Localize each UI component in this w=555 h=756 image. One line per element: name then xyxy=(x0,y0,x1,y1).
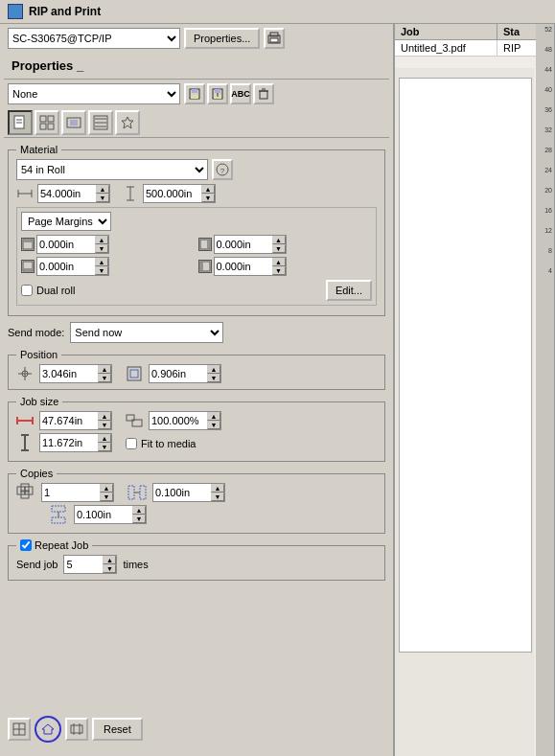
margin-bottom-input[interactable]: 0.000in xyxy=(37,258,95,275)
save2-icon-button[interactable] xyxy=(207,83,228,104)
save-icon-button[interactable] xyxy=(184,83,205,104)
job-width-input[interactable]: 47.674in xyxy=(40,412,98,429)
tab-icon-settings[interactable] xyxy=(115,110,140,135)
printer-select[interactable]: SC-S30675@TCP/IP xyxy=(8,28,180,49)
tab-icon-page[interactable] xyxy=(8,110,33,135)
svg-rect-2 xyxy=(270,38,278,42)
fit-to-media-checkbox[interactable] xyxy=(126,438,137,449)
ruler-mark-12: 12 xyxy=(536,227,554,234)
margin-bottom-spinners: ▲ ▼ xyxy=(95,258,108,275)
roll-select[interactable]: 54 in Roll xyxy=(16,159,208,180)
ruler-mark-16: 16 xyxy=(536,207,554,214)
margin-bottom-down[interactable]: ▼ xyxy=(95,266,108,275)
properties-button[interactable]: Properties... xyxy=(184,28,260,49)
margin-top-input[interactable]: 0.000in xyxy=(37,236,95,253)
home-circle-button[interactable] xyxy=(35,716,61,743)
job-table-row[interactable]: Untitled_3.pdf RIP xyxy=(395,40,555,57)
job-height-down[interactable]: ▼ xyxy=(98,443,111,451)
send-job-up[interactable]: ▲ xyxy=(103,556,116,564)
margin-top-group: 0.000in ▲ ▼ xyxy=(36,235,109,254)
ruler-mark-48: 48 xyxy=(536,46,554,53)
fit-to-media-label: Fit to media xyxy=(141,438,196,449)
tab-icon-grid[interactable] xyxy=(35,110,59,135)
repeat-job-checkbox[interactable] xyxy=(20,539,32,551)
height-down[interactable]: ▼ xyxy=(201,194,215,202)
gap-h-up[interactable]: ▲ xyxy=(211,484,224,493)
svg-rect-18 xyxy=(40,124,46,129)
copies-count-down[interactable]: ▼ xyxy=(100,493,113,501)
tab-icon-preview[interactable] xyxy=(61,110,86,135)
printer-row: SC-S30675@TCP/IP Properties... xyxy=(4,28,389,49)
width-down[interactable]: ▼ xyxy=(96,194,109,202)
job-height-input[interactable]: 11.672in xyxy=(40,434,98,451)
margin-top-row: 0.000in ▲ ▼ xyxy=(21,235,196,254)
repeat-job-check-label: Repeat Job xyxy=(20,539,88,551)
dual-roll-checkbox[interactable] xyxy=(21,285,33,296)
pos-y-up[interactable]: ▲ xyxy=(207,365,220,374)
pos-y-icon xyxy=(126,365,143,382)
margin-bottom-row: 0.000in ▲ ▼ xyxy=(21,257,196,276)
margin-bottom-up[interactable]: ▲ xyxy=(95,258,108,266)
svg-rect-5 xyxy=(191,95,198,99)
paper-strip xyxy=(399,78,532,653)
copies-count-input[interactable]: 1 xyxy=(42,484,100,501)
margin-top-up[interactable]: ▲ xyxy=(95,236,108,244)
margin-left-spinners: ▲ ▼ xyxy=(272,258,286,275)
bottom-left-icon[interactable] xyxy=(8,718,31,741)
tab-icon-list[interactable] xyxy=(88,110,113,135)
margin-bottom-group: 0.000in ▲ ▼ xyxy=(36,257,109,276)
copies-count-up[interactable]: ▲ xyxy=(100,484,113,493)
ruler-mark-32: 32 xyxy=(536,126,554,133)
margin-right-down[interactable]: ▼ xyxy=(272,244,286,253)
printer-icon-button[interactable] xyxy=(264,28,285,49)
job-size-fieldset: Job size 47.674in ▲ ▼ xyxy=(8,396,385,462)
job-width-down[interactable]: ▼ xyxy=(98,421,111,429)
gap-h-down[interactable]: ▼ xyxy=(211,493,224,501)
margin-top-down[interactable]: ▼ xyxy=(95,244,108,253)
scale-down[interactable]: ▼ xyxy=(207,421,220,429)
delete-icon-button[interactable] xyxy=(253,83,274,104)
width-up[interactable]: ▲ xyxy=(96,185,109,194)
pos-x-up[interactable]: ▲ xyxy=(98,365,111,374)
scale-input[interactable]: 100.000% xyxy=(150,412,207,429)
margin-right-input[interactable]: 0.000in xyxy=(215,236,272,253)
height-up[interactable]: ▲ xyxy=(201,185,215,194)
title-bar-text: RIP and Print xyxy=(29,5,101,18)
job-width-up[interactable]: ▲ xyxy=(98,412,111,421)
preset-select[interactable]: None xyxy=(8,83,180,104)
job-width-group: 47.674in ▲ ▼ xyxy=(39,411,112,430)
fit-icon-button[interactable] xyxy=(65,718,88,741)
gap-v-up[interactable]: ▲ xyxy=(132,506,146,515)
copies-count-group: 1 ▲ ▼ xyxy=(41,483,114,502)
send-mode-select[interactable]: Send now xyxy=(70,322,223,343)
edit-button[interactable]: Edit... xyxy=(326,280,372,301)
gap-h-input[interactable]: 0.100in xyxy=(153,484,211,501)
gap-v-input[interactable]: 0.100in xyxy=(75,506,132,523)
pos-y-down[interactable]: ▼ xyxy=(207,374,220,382)
send-job-input[interactable]: 5 xyxy=(64,556,103,573)
margin-left-down[interactable]: ▼ xyxy=(272,266,286,275)
svg-rect-7 xyxy=(215,89,220,93)
pos-x-input[interactable]: 3.046in xyxy=(40,365,98,382)
job-height-up[interactable]: ▲ xyxy=(98,434,111,443)
printer-icon xyxy=(267,32,281,45)
height-input-group: 500.000in ▲ ▼ xyxy=(143,184,216,203)
margin-left-input[interactable]: 0.000in xyxy=(215,258,272,275)
gap-v-down[interactable]: ▼ xyxy=(132,515,146,523)
pos-x-down[interactable]: ▼ xyxy=(98,374,111,382)
abc-icon-button[interactable]: ABC xyxy=(230,83,251,104)
main-container: SC-S30675@TCP/IP Properties... Propertie… xyxy=(0,24,555,756)
gap-v-group: 0.100in ▲ ▼ xyxy=(74,505,147,524)
margins-type-select[interactable]: Page Margins xyxy=(21,212,111,231)
send-job-down[interactable]: ▼ xyxy=(103,564,116,573)
scale-up[interactable]: ▲ xyxy=(207,412,220,421)
roll-info-button[interactable]: ? xyxy=(212,159,233,180)
height-input[interactable]: 500.000in xyxy=(144,185,201,202)
pos-y-input[interactable]: 0.906in xyxy=(150,365,207,382)
ruler-mark-36: 36 xyxy=(536,106,554,113)
svg-marker-26 xyxy=(122,117,133,128)
width-input[interactable]: 54.000in xyxy=(38,185,96,202)
margin-left-up[interactable]: ▲ xyxy=(272,258,286,266)
reset-button[interactable]: Reset xyxy=(92,718,143,741)
margin-right-up[interactable]: ▲ xyxy=(272,236,286,244)
